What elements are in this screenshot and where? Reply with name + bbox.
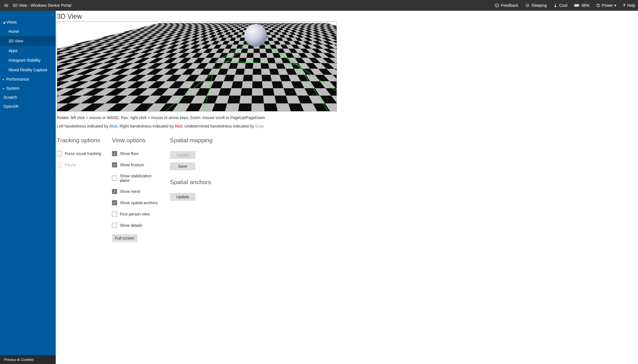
chevron-right-icon: ▸ [3, 78, 6, 81]
show-details-checkbox[interactable] [112, 223, 117, 228]
svg-point-0 [495, 4, 499, 7]
show-anchors-label: Show spatial anchors [120, 201, 158, 205]
nav-item-3dview[interactable]: 3D View [0, 36, 56, 46]
hand-red: Red [175, 124, 182, 128]
chevron-right-icon: ▸ [3, 87, 6, 90]
pause-checkbox [57, 162, 62, 167]
show-mesh-label: Show mesh [120, 189, 141, 194]
topbar: 3D View - Windows Device Portal Feedback… [0, 0, 638, 11]
anchors-update-button[interactable]: Update [170, 193, 195, 201]
show-stabilization-checkbox[interactable] [112, 176, 117, 181]
topbar-title: 3D View - Windows Device Portal [12, 3, 71, 8]
svg-point-10 [244, 24, 267, 47]
hand-blue: Blue [109, 124, 117, 128]
svg-rect-6 [579, 5, 579, 6]
pause-label: Pause [65, 163, 76, 167]
power-label: Power ▾ [602, 3, 616, 8]
spatial-mapping-title: Spatial mapping [170, 137, 221, 144]
sleep-status[interactable]: Sleeping [525, 3, 547, 8]
nav-item-apps[interactable]: Apps [0, 46, 56, 55]
force-visual-tracking-checkbox[interactable] [57, 151, 62, 156]
handedness-help-text: Left handedness indicated by Blue; Right… [57, 124, 636, 128]
viewport-svg [57, 22, 337, 111]
help-button[interactable]: ? Help [623, 3, 635, 8]
feedback-label: Feedback [501, 3, 518, 8]
sidebar-collapse-icon[interactable]: ‹ [52, 12, 53, 16]
first-person-label: First person view [120, 212, 150, 216]
nav-item-scratch[interactable]: Scratch [0, 93, 56, 102]
show-floor-checkbox[interactable] [112, 151, 117, 156]
show-floor-label: Show floor [120, 151, 139, 156]
privacy-link[interactable]: Privacy & Cookies [0, 355, 56, 364]
nav-group-views[interactable]: ◢ Views [0, 18, 56, 27]
battery-label: 98% [581, 3, 589, 8]
first-person-checkbox[interactable] [112, 212, 117, 217]
power-button[interactable]: Power ▾ [596, 3, 616, 8]
svg-rect-5 [575, 5, 578, 6]
show-details-label: Show details [120, 223, 142, 228]
sidebar-nav: ◢ Views Home 3D View Apps Hologram Stabi… [0, 11, 56, 355]
nav-group-system[interactable]: ▸ System [0, 84, 56, 93]
spatial-update-button[interactable]: Update [170, 151, 195, 159]
temp-label: Cool [559, 3, 567, 8]
nav-group-performance[interactable]: ▸ Performance [0, 75, 56, 84]
history-icon [525, 3, 530, 8]
options-row: Tracking options Force visual tracking P… [57, 137, 636, 245]
hand-gray: Gray [255, 124, 264, 128]
nav-item-hologram-stability[interactable]: Hologram Stability [0, 55, 56, 65]
chevron-down-icon: ◢ [3, 21, 6, 24]
smile-icon [495, 3, 499, 8]
nav-group-label: Performance [6, 77, 29, 81]
view-options: View options Show floor Show frustum Sho… [112, 137, 161, 245]
show-frustum-label: Show frustum [120, 163, 144, 167]
body: ‹ ◢ Views Home 3D View Apps Hologram Sta… [0, 11, 638, 364]
thermometer-icon [553, 3, 557, 8]
nav-item-home[interactable]: Home [0, 27, 56, 36]
svg-point-1 [496, 5, 497, 5]
hand-mid: ; Right handedness indicated by [117, 124, 175, 128]
nav-item-openxr[interactable]: OpenXR [0, 102, 56, 111]
show-anchors-checkbox[interactable] [112, 200, 117, 205]
battery-icon [574, 4, 580, 7]
nav-group-label: System [6, 86, 20, 91]
controls-help-text: Rotate: left click + mouse or WASD; Pan:… [57, 115, 636, 120]
spatial-anchors-title: Spatial anchors [170, 179, 221, 186]
topbar-status: Feedback Sleeping Cool 98% Power ▾ ? Hel… [495, 3, 635, 8]
spatial-column: Spatial mapping Update Save Spatial anch… [170, 137, 221, 204]
sleep-label: Sleeping [531, 3, 547, 8]
hamburger-icon[interactable] [3, 2, 10, 9]
sidebar: ‹ ◢ Views Home 3D View Apps Hologram Sta… [0, 11, 56, 364]
3d-viewport[interactable] [57, 21, 337, 111]
pause-row: Pause [57, 162, 104, 167]
hand-post: ; Undetermined handedness indicated by [182, 124, 255, 128]
tracking-title: Tracking options [57, 137, 104, 144]
temp-status[interactable]: Cool [553, 3, 567, 8]
svg-point-3 [555, 6, 556, 7]
view-title: View options [112, 137, 161, 144]
main: 3D View [56, 11, 638, 364]
nav-group-label: Views [6, 20, 17, 24]
force-visual-tracking-label: Force visual tracking [65, 151, 101, 156]
help-label: Help [627, 3, 635, 8]
power-icon [596, 3, 600, 7]
fullscreen-button[interactable]: Full screen [112, 234, 137, 242]
svg-point-2 [497, 5, 498, 5]
show-stabilization-label: Show stabilization plane [120, 174, 161, 183]
battery-status[interactable]: 98% [574, 3, 589, 8]
tracking-options: Tracking options Force visual tracking P… [57, 137, 104, 174]
page-title: 3D View [57, 12, 636, 20]
show-frustum-checkbox[interactable] [112, 162, 117, 167]
feedback-button[interactable]: Feedback [495, 3, 518, 8]
show-mesh-checkbox[interactable] [112, 189, 117, 194]
spatial-save-button[interactable]: Save [170, 162, 195, 170]
nav-item-mrc[interactable]: Mixed Reality Capture [0, 65, 56, 75]
hand-pre1: Left handedness indicated by [57, 124, 109, 128]
question-icon: ? [623, 3, 626, 8]
force-visual-tracking-row: Force visual tracking [57, 151, 104, 156]
